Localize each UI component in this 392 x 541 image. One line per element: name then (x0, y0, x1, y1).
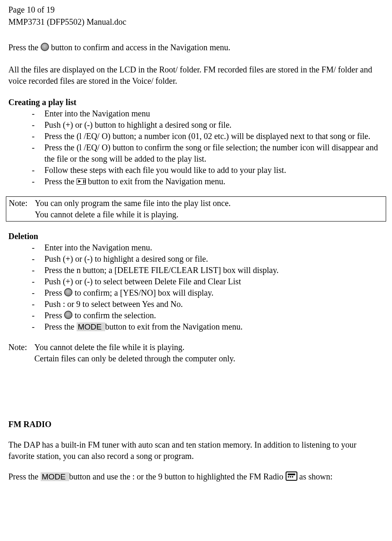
circle-button-icon (41, 43, 49, 51)
list-item: Enter into the Navigation menu. (32, 242, 384, 253)
play-pause-icon (77, 178, 86, 185)
note-line: You can only program the same file into … (35, 198, 383, 209)
list-item: Push (+) or (-) button to highlight a de… (32, 119, 384, 131)
text: button to confirm and access in the Navi… (49, 43, 230, 52)
list-item: Press the (l /EQ/ O) button; a number ic… (32, 131, 384, 142)
fm-intro: The DAP has a built-in FM tuner with aut… (8, 439, 384, 462)
text: button to exit from the Navigation menu. (105, 322, 242, 331)
heading-deletion: Deletion (8, 231, 384, 242)
intro-press-confirm: Press the button to confirm and access i… (8, 42, 384, 53)
list-item: Push (+) or (-) to select between Delete… (32, 276, 384, 287)
text: Press the (8, 472, 41, 481)
intro-folders: All the files are displayed on the LCD i… (8, 64, 384, 87)
note-label: Note: (8, 342, 34, 364)
text: Press the (8, 43, 41, 52)
text: Press the (44, 322, 77, 331)
list-item: Press the (l /EQ/ O) button to confirm t… (32, 142, 384, 165)
list-item: Push : or 9 to select between Yes and No… (32, 299, 384, 310)
list-item: Follow these steps with each file you wo… (32, 165, 384, 176)
fm-radio-icon (286, 471, 297, 481)
note-box-playlist: Note: You can only program the same file… (6, 196, 386, 222)
text: button and use the : or the 9 button to … (69, 472, 286, 481)
note-label: Note: (9, 198, 35, 220)
note-line: You cannot delete a file while it is pla… (35, 209, 383, 220)
deletion-steps: Enter into the Navigation menu. Push (+)… (8, 242, 384, 332)
text: to confirm; a [YES/NO] box will display. (72, 288, 213, 297)
text: Press (44, 311, 64, 320)
circle-button-icon (64, 288, 72, 296)
text: Press (44, 288, 64, 297)
list-item: Press the n button; a [DELETE FILE/CLEAR… (32, 265, 384, 276)
list-item: Press the MODE button to exit from the N… (32, 321, 384, 332)
list-item: Press to confirm; a [YES/NO] box will di… (32, 287, 384, 299)
circle-button-icon (64, 311, 72, 319)
list-item: Press to confirm the selection. (32, 310, 384, 321)
list-item: Enter into the Navigation menu (32, 108, 384, 119)
text: Press the (44, 177, 77, 186)
note-deletion: Note: You cannot delete the file while i… (8, 342, 384, 364)
heading-playlist: Creating a play list (8, 97, 384, 108)
doc-filename: MMP3731 (DFP5502) Manual.doc (8, 16, 384, 28)
note-line: You cannot delete the file while it is p… (34, 342, 384, 353)
text: button to exit from the Navigation menu. (86, 177, 225, 186)
heading-fm-radio: FM RADIO (8, 419, 384, 430)
list-item: Press the button to exit from the Naviga… (32, 176, 384, 187)
note-line: Certain files can only be deleted throug… (34, 353, 384, 364)
mode-button-label: MODE (41, 472, 69, 481)
fm-instruction: Press the MODE button and use the : or t… (8, 471, 384, 482)
playlist-steps: Enter into the Navigation menu Push (+) … (8, 108, 384, 187)
list-item: Push (+) or (-) to highlight a desired s… (32, 253, 384, 265)
mode-button-label: MODE (77, 322, 105, 331)
text: as shown: (297, 472, 333, 481)
page-number: Page 10 of 19 (8, 4, 384, 15)
text: to confirm the selection. (72, 311, 156, 320)
